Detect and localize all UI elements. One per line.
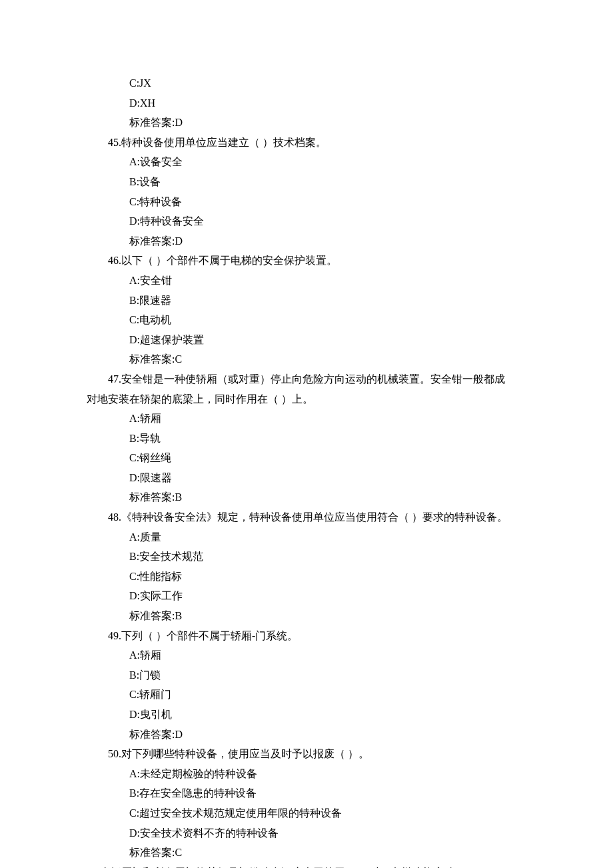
q47-opt-c: C:钢丝绳	[87, 448, 526, 468]
q50-num: 50	[108, 748, 119, 759]
q47-opt-d: D:限速器	[87, 468, 526, 488]
q47-stem-line2: 对地安装在轿架的底梁上，同时作用在（ ）上。	[87, 389, 526, 409]
q46-opt-d: D:超速保护装置	[87, 330, 526, 350]
q49-opt-d: D:曳引机	[87, 705, 526, 725]
document-page: C:JX D:XH 标准答案:D 45.特种设备使用单位应当建立（ ）技术档案。…	[0, 0, 613, 868]
q45-opt-b: B:设备	[87, 172, 526, 192]
q46-opt-c: C:电动机	[87, 310, 526, 330]
q46-opt-a: A:安全钳	[87, 271, 526, 291]
q45-text: 特种设备使用单位应当建立（ ）技术档案。	[121, 137, 326, 148]
q49-text: 下列（ ）个部件不属于轿厢-门系统。	[121, 630, 298, 641]
q48-text: 《特种设备安全法》规定，特种设备使用单位应当使用符合（ ）要求的特种设备。	[121, 511, 508, 523]
prev-option-d: D:XH	[87, 93, 526, 113]
q49-opt-b: B:门锁	[87, 665, 526, 685]
q45-opt-d: D:特种设备安全	[87, 211, 526, 231]
q45-answer: 标准答案:D	[87, 231, 526, 251]
prev-option-c: C:JX	[87, 73, 526, 93]
q31-stem: 31.当轿厢门和所有层门均关好且门锁啮合深度大于等于（ ）时，电梯才能启动。	[87, 863, 526, 868]
q50-opt-b: B:存在安全隐患的特种设备	[87, 783, 526, 803]
q45-opt-a: A:设备安全	[87, 152, 526, 172]
q48-stem: 48.《特种设备安全法》规定，特种设备使用单位应当使用符合（ ）要求的特种设备。	[87, 507, 526, 527]
q50-opt-a: A:未经定期检验的特种设备	[87, 764, 526, 784]
q50-stem: 50.对下列哪些特种设备，使用应当及时予以报废（ ）。	[87, 744, 526, 764]
q47-opt-b: B:导轨	[87, 429, 526, 449]
q49-opt-a: A:轿厢	[87, 645, 526, 665]
q50-answer: 标准答案:C	[87, 843, 526, 863]
q49-opt-c: C:轿厢门	[87, 685, 526, 705]
q50-opt-c: C:超过安全技术规范规定使用年限的特种设备	[87, 803, 526, 823]
q49-num: 49	[108, 630, 119, 641]
q48-answer: 标准答案:B	[87, 606, 526, 626]
q49-answer: 标准答案:D	[87, 725, 526, 745]
q45-opt-c: C:特种设备	[87, 192, 526, 212]
q48-opt-a: A:质量	[87, 527, 526, 547]
q50-opt-d: D:安全技术资料不齐的特种设备	[87, 823, 526, 843]
q48-opt-b: B:安全技术规范	[87, 547, 526, 567]
q47-stem-line1: 47.安全钳是一种使轿厢（或对重）停止向危险方向运动的机械装置。安全钳一般都成	[87, 369, 526, 389]
q47-answer: 标准答案:B	[87, 487, 526, 507]
q45-stem: 45.特种设备使用单位应当建立（ ）技术档案。	[87, 133, 526, 153]
q48-opt-d: D:实际工作	[87, 586, 526, 606]
q46-answer: 标准答案:C	[87, 349, 526, 369]
q46-num: 46	[108, 255, 119, 266]
q46-stem: 46.以下（ ）个部件不属于电梯的安全保护装置。	[87, 251, 526, 271]
q45-num: 45	[108, 137, 119, 148]
q46-text: 以下（ ）个部件不属于电梯的安全保护装置。	[121, 255, 337, 266]
q49-stem: 49.下列（ ）个部件不属于轿厢-门系统。	[87, 626, 526, 646]
q48-num: 48	[108, 511, 119, 523]
q47-opt-a: A:轿厢	[87, 409, 526, 429]
q50-text: 对下列哪些特种设备，使用应当及时予以报废（ ）。	[121, 748, 369, 759]
q46-opt-b: B:限速器	[87, 291, 526, 311]
q48-opt-c: C:性能指标	[87, 567, 526, 587]
prev-answer: 标准答案:D	[87, 113, 526, 133]
